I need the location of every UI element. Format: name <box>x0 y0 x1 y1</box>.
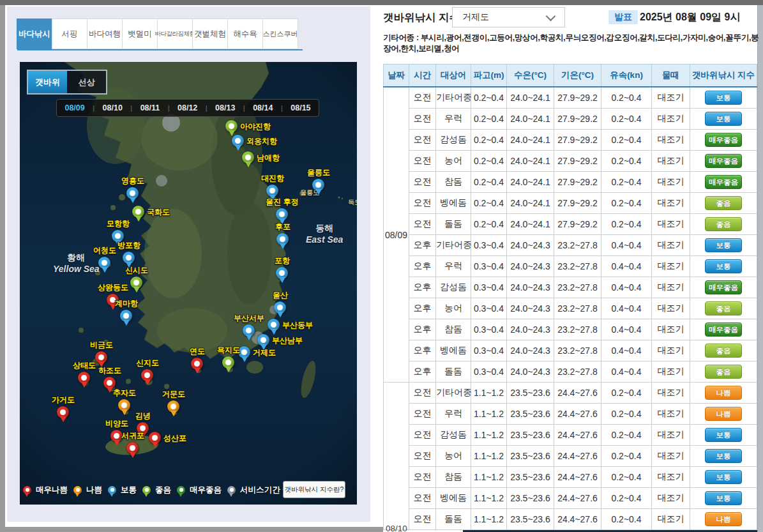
table-cell: 매우좋음 <box>690 151 757 172</box>
table-cell: 23.2~27.8 <box>554 319 601 340</box>
nav-tab-7[interactable]: 스킨스쿠버 <box>262 19 298 49</box>
table-cell: 대조기 <box>652 235 690 256</box>
map-date-08-13[interactable]: 08/13 <box>215 103 235 112</box>
map-marker-pin[interactable] <box>276 233 289 245</box>
map-marker-pin[interactable] <box>141 369 153 381</box>
map-date-08-14[interactable]: 08/14 <box>253 103 273 112</box>
map-date-08-10[interactable]: 08/10 <box>103 103 123 112</box>
vertical-scrollbar[interactable] <box>757 5 763 532</box>
map-marker-pin[interactable] <box>243 324 255 337</box>
table-cell: 보통 <box>690 467 757 488</box>
nav-tab-4[interactable]: 바다갈라짐체험 <box>157 19 193 49</box>
map-marker-label: 아야진항 <box>240 121 271 132</box>
table-row: 오전감성돔1.1~1.223.5~23.624.4~27.60.2~0.4대조기… <box>384 425 757 446</box>
region-select[interactable]: 거제도 <box>452 7 565 27</box>
map-date-08-11[interactable]: 08/11 <box>140 103 160 112</box>
nav-tab-0[interactable]: 바다낚시 <box>17 19 52 49</box>
map-marker-pin[interactable] <box>276 208 288 220</box>
map-marker-pin[interactable] <box>268 319 280 331</box>
table-cell: 농어 <box>436 446 471 467</box>
map-date-08-15[interactable]: 08/15 <box>291 103 310 112</box>
table-cell: 27.9~29.2 <box>554 214 601 235</box>
map-marker-label: 김녕 <box>135 411 151 422</box>
table-row: 오전농어0.2~0.424.0~24.127.9~29.20.2~0.4대조기매… <box>384 151 757 172</box>
map-marker-pin[interactable] <box>167 400 179 413</box>
map-marker-pin[interactable] <box>191 358 203 370</box>
table-cell: 24.0~24.1 <box>507 130 554 151</box>
table-cell: 1.1~1.2 <box>471 467 507 488</box>
map-marker-label: 신지도 <box>136 358 159 369</box>
map-marker-pin[interactable] <box>242 151 254 163</box>
map-marker-pin[interactable] <box>274 301 286 314</box>
map-marker-pin[interactable] <box>57 406 69 418</box>
table-cell: 0.2~0.4 <box>471 109 507 130</box>
map-mode-tab-1[interactable]: 선상 <box>67 71 106 93</box>
nav-tab-2[interactable]: 바다여행 <box>87 19 123 49</box>
map-marker-pin[interactable] <box>126 442 139 454</box>
table-header-cell: 유속(kn) <box>601 65 652 87</box>
table-cell: 오전 <box>409 383 436 404</box>
index-help-button[interactable]: 갯바위낚시 지수란? <box>283 481 345 498</box>
table-cell: 24.4~27.6 <box>554 425 601 446</box>
top-nav-tabs: 바다낚시서핑바다여행뱃멀미바다갈라짐체험갯벌체험해수욕스킨스쿠버 <box>17 19 298 49</box>
map-marker-label: 추자도 <box>113 388 136 399</box>
nav-tab-3[interactable]: 뱃멀미 <box>122 19 158 49</box>
legend-pin-icon <box>73 486 82 494</box>
map-marker-label: 모항항 <box>107 218 130 229</box>
table-cell: 24.0~24.3 <box>507 340 554 361</box>
map-marker-pin[interactable] <box>126 187 139 199</box>
table-row: 오전감성돔0.2~0.424.0~24.127.9~29.20.2~0.4대조기… <box>384 130 757 151</box>
table-cell: 오전 <box>409 214 436 235</box>
table-cell: 농어 <box>436 151 471 172</box>
yellow-sea-label: 황해 Yellow Sea <box>53 252 100 274</box>
table-cell: 돌돔 <box>436 361 471 383</box>
map-marker-pin[interactable] <box>118 399 130 411</box>
map-marker-pin[interactable] <box>120 310 132 322</box>
map-marker-pin[interactable] <box>276 267 288 279</box>
map-marker-pin[interactable] <box>222 356 234 369</box>
table-cell: 0.2~0.4 <box>601 383 652 404</box>
nav-tab-6[interactable]: 해수욕 <box>227 19 263 49</box>
index-grade-badge: 좋음 <box>705 196 742 210</box>
table-header-cell: 시간 <box>409 65 436 87</box>
korea-map[interactable]: 갯바위선상 08/09|08/10|08/11|08/12|08/13|08/1… <box>20 62 357 505</box>
map-marker-pin[interactable] <box>123 252 135 264</box>
window-frame-left <box>0 5 5 532</box>
map-marker-pin[interactable] <box>95 351 107 363</box>
map-marker-pin[interactable] <box>225 120 238 132</box>
map-marker-label: 남애항 <box>257 153 280 163</box>
table-cell: 감성돔 <box>436 130 471 151</box>
table-cell: 대조기 <box>652 256 690 277</box>
date-separator: | <box>281 104 283 112</box>
map-marker-pin[interactable] <box>132 206 144 218</box>
map-marker-pin[interactable] <box>257 334 269 346</box>
table-cell: 우럭 <box>436 109 471 130</box>
window-frame-top <box>0 0 763 5</box>
table-cell: 0.3~0.4 <box>471 361 507 383</box>
table-cell: 1.1~1.2 <box>471 425 507 446</box>
map-marker-label: 외옹치항 <box>246 136 277 147</box>
map-mode-tab-0[interactable]: 갯바위 <box>28 71 67 93</box>
map-marker-pin[interactable] <box>266 185 278 197</box>
date-cell <box>384 383 409 530</box>
map-date-08-12[interactable]: 08/12 <box>178 103 197 112</box>
index-grade-badge: 보통 <box>705 259 742 273</box>
table-cell: 0.3~0.4 <box>471 298 507 319</box>
date-cell: 08/09 <box>384 87 409 383</box>
table-cell: 오전 <box>409 193 436 214</box>
map-marker-pin[interactable] <box>78 372 90 384</box>
map-marker-pin[interactable] <box>312 179 324 191</box>
table-cell: 대조기 <box>652 298 690 319</box>
map-marker-pin[interactable] <box>149 432 161 444</box>
map-marker-pin[interactable] <box>130 277 142 289</box>
nav-tab-1[interactable]: 서핑 <box>52 19 87 49</box>
date-separator: | <box>130 104 132 112</box>
nav-tab-5[interactable]: 갯벌체험 <box>192 19 228 49</box>
table-cell: 0.2~0.4 <box>471 151 507 172</box>
table-cell: 1.1~1.2 <box>471 404 507 425</box>
table-cell: 27.9~29.2 <box>554 130 601 151</box>
map-marker-label: 포항 <box>275 255 290 266</box>
map-marker-pin[interactable] <box>232 135 244 147</box>
map-marker-pin[interactable] <box>98 257 110 269</box>
map-date-08-09[interactable]: 08/09 <box>64 103 84 112</box>
